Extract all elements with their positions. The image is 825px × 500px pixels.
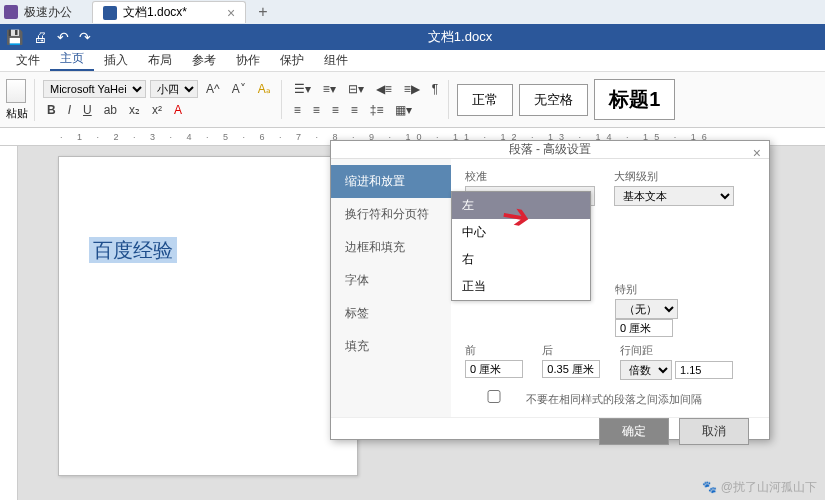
close-tab-icon[interactable]: × xyxy=(227,5,235,21)
tab-layout[interactable]: 布局 xyxy=(138,50,182,71)
grow-font-icon[interactable]: A^ xyxy=(202,80,224,98)
print-icon[interactable]: 🖨 xyxy=(33,29,47,45)
shading-icon[interactable]: ▦▾ xyxy=(391,101,416,119)
numbering-icon[interactable]: ≡▾ xyxy=(319,80,340,98)
tab-collab[interactable]: 协作 xyxy=(226,50,270,71)
redo-icon[interactable]: ↷ xyxy=(79,29,91,45)
tab-component[interactable]: 组件 xyxy=(314,50,358,71)
decrease-indent-icon[interactable]: ◀≡ xyxy=(372,80,396,98)
sidebar-item-fill[interactable]: 填充 xyxy=(331,330,451,363)
align-option-justify[interactable]: 正当 xyxy=(452,273,590,300)
special-select[interactable]: （无） xyxy=(615,299,678,319)
font-name-select[interactable]: Microsoft YaHei xyxy=(43,80,146,98)
paw-icon: 🐾 xyxy=(702,480,717,494)
tab-reference[interactable]: 参考 xyxy=(182,50,226,71)
ok-button[interactable]: 确定 xyxy=(599,418,669,445)
ribbon: 粘贴 Microsoft YaHei 小四 A^ A˅ Aₐ B I U ab … xyxy=(0,72,825,128)
highlight-icon[interactable]: Aₐ xyxy=(254,80,275,98)
selected-text[interactable]: 百度经验 xyxy=(89,237,177,263)
paragraph-group: ☰▾ ≡▾ ⊟▾ ◀≡ ≡▶ ¶ ≡ ≡ ≡ ≡ ‡≡ ▦▾ xyxy=(290,80,450,119)
align-option-center[interactable]: 中心 xyxy=(452,219,590,246)
sidebar-item-indent[interactable]: 缩进和放置 xyxy=(331,165,451,198)
before-label: 前 xyxy=(465,343,523,358)
increase-indent-icon[interactable]: ≡▶ xyxy=(400,80,424,98)
app-icon xyxy=(4,5,18,19)
styles-group: 正常 无空格 标题1 xyxy=(457,79,675,120)
titlebar: 极速办公 文档1.docx* × + xyxy=(0,0,825,24)
document-title: 文档1.docx xyxy=(428,28,492,46)
watermark: 🐾@扰了山河孤山下 xyxy=(702,479,817,496)
checkbox-label: 不要在相同样式的段落之间添加间隔 xyxy=(526,393,702,405)
tab-file[interactable]: 文件 xyxy=(6,50,50,71)
spacing-select[interactable]: 倍数 xyxy=(620,360,672,380)
style-normal[interactable]: 正常 xyxy=(457,84,513,116)
new-tab-button[interactable]: + xyxy=(258,3,267,21)
strike-button[interactable]: ab xyxy=(100,101,121,119)
outline-label: 大纲级别 xyxy=(614,169,734,184)
justify-icon[interactable]: ≡ xyxy=(347,101,362,119)
outline-select[interactable]: 基本文本 xyxy=(614,186,734,206)
before-input[interactable] xyxy=(465,360,523,378)
tab-protect[interactable]: 保护 xyxy=(270,50,314,71)
subscript-button[interactable]: x₂ xyxy=(125,101,144,119)
italic-button[interactable]: I xyxy=(64,101,75,119)
special-label: 特别 xyxy=(615,282,739,297)
special-input[interactable] xyxy=(615,319,673,337)
align-center-icon[interactable]: ≡ xyxy=(309,101,324,119)
sidebar-item-breaks[interactable]: 换行符和分页符 xyxy=(331,198,451,231)
tab-home[interactable]: 主页 xyxy=(50,48,94,71)
dialog-content: 校准 左 ➔ 左 中心 右 正当 大纲级别 基本文本 特别 （无） xyxy=(451,159,769,417)
font-group: Microsoft YaHei 小四 A^ A˅ Aₐ B I U ab x₂ … xyxy=(43,80,282,119)
after-input[interactable] xyxy=(542,360,600,378)
spacing-input[interactable] xyxy=(675,361,733,379)
spacing-label: 行间距 xyxy=(620,343,733,358)
line-spacing-icon[interactable]: ‡≡ xyxy=(366,101,388,119)
paste-label: 粘贴 xyxy=(6,106,28,121)
undo-icon[interactable]: ↶ xyxy=(57,29,69,45)
sidebar-item-border[interactable]: 边框和填充 xyxy=(331,231,451,264)
align-left-icon[interactable]: ≡ xyxy=(290,101,305,119)
clipboard-group: 粘贴 xyxy=(6,79,35,121)
dialog-title-bar: 段落 - 高级设置 × xyxy=(331,141,769,159)
app-name: 极速办公 xyxy=(24,4,72,21)
align-right-icon[interactable]: ≡ xyxy=(328,101,343,119)
underline-button[interactable]: U xyxy=(79,101,96,119)
align-label: 校准 xyxy=(465,169,595,184)
shrink-font-icon[interactable]: A˅ xyxy=(228,80,250,98)
tab-title: 文档1.docx* xyxy=(123,4,187,21)
dialog-footer: 确定 取消 xyxy=(331,417,769,445)
sidebar-item-tabs[interactable]: 标签 xyxy=(331,297,451,330)
align-option-left[interactable]: 左 xyxy=(452,192,590,219)
dialog-sidebar: 缩进和放置 换行符和分页符 边框和填充 字体 标签 填充 xyxy=(331,159,451,417)
doc-icon xyxy=(103,6,117,20)
tab-insert[interactable]: 插入 xyxy=(94,50,138,71)
align-dropdown: ➔ 左 中心 右 正当 xyxy=(451,191,591,301)
paragraph-dialog: 段落 - 高级设置 × 缩进和放置 换行符和分页符 边框和填充 字体 标签 填充… xyxy=(330,140,770,440)
font-color-icon[interactable]: A xyxy=(170,101,186,119)
multilevel-icon[interactable]: ⊟▾ xyxy=(344,80,368,98)
save-icon[interactable]: 💾 xyxy=(6,29,23,45)
style-heading1[interactable]: 标题1 xyxy=(594,79,675,120)
sort-icon[interactable]: ¶ xyxy=(428,80,442,98)
align-option-right[interactable]: 右 xyxy=(452,246,590,273)
page[interactable]: 百度经验 xyxy=(58,156,358,476)
no-space-checkbox[interactable] xyxy=(465,390,523,403)
vertical-ruler xyxy=(0,146,18,500)
style-nospace[interactable]: 无空格 xyxy=(519,84,588,116)
superscript-button[interactable]: x² xyxy=(148,101,166,119)
bullets-icon[interactable]: ☰▾ xyxy=(290,80,315,98)
cancel-button[interactable]: 取消 xyxy=(679,418,749,445)
sidebar-item-font[interactable]: 字体 xyxy=(331,264,451,297)
ribbon-tabs: 文件 主页 插入 布局 参考 协作 保护 组件 xyxy=(0,50,825,72)
paste-icon[interactable] xyxy=(6,79,26,103)
dialog-title: 段落 - 高级设置 xyxy=(509,141,592,158)
bold-button[interactable]: B xyxy=(43,101,60,119)
document-tab[interactable]: 文档1.docx* × xyxy=(92,1,246,23)
quick-access-bar: 💾 🖨 ↶ ↷ 文档1.docx xyxy=(0,24,825,50)
font-size-select[interactable]: 小四 xyxy=(150,80,198,98)
after-label: 后 xyxy=(542,343,600,358)
